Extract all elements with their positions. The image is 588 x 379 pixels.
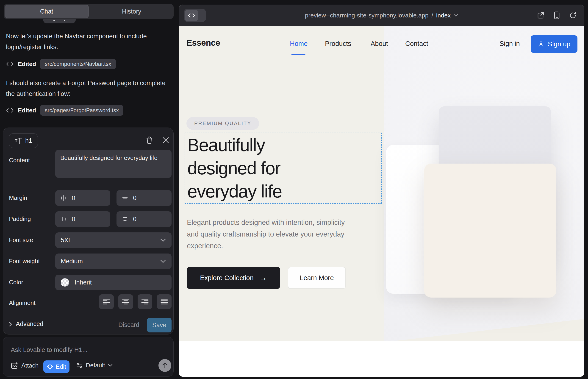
code-icon — [6, 108, 14, 113]
padding-x-value: 0 — [72, 216, 75, 223]
align-justify-button[interactable] — [157, 294, 171, 309]
delete-element-button[interactable] — [144, 135, 155, 146]
code-view-toggle[interactable] — [184, 9, 206, 22]
discard-button[interactable]: Discard — [118, 321, 139, 329]
color-value: Inherit — [75, 279, 92, 286]
text-style-icon — [15, 138, 22, 144]
edited-action-label: Edited — [18, 61, 36, 68]
nav-link-contact[interactable]: Contact — [405, 40, 428, 47]
save-button[interactable]: Save — [147, 318, 171, 332]
chevron-down-icon — [160, 238, 166, 242]
font-weight-value: Medium — [61, 258, 83, 265]
selected-h1-outline[interactable]: Beautifully designed for everyday life — [185, 133, 382, 204]
edited-action-label: Edited — [18, 107, 36, 114]
alignment-label: Alignment — [9, 300, 35, 306]
margin-y-value: 0 — [133, 195, 137, 202]
arrow-right-icon: → — [260, 274, 267, 282]
chevron-right-icon — [9, 322, 12, 327]
element-tag-label: h1 — [25, 137, 32, 144]
margin-label: Margin — [9, 194, 27, 201]
tab-history[interactable]: History — [90, 4, 174, 19]
align-center-button[interactable] — [118, 294, 133, 309]
sign-up-label: Sign up — [548, 40, 570, 48]
sign-in-button[interactable]: Sign in — [499, 40, 520, 47]
chevron-down-icon — [160, 259, 166, 263]
url-bar[interactable]: preview--charming-site-symphony.lovable.… — [305, 12, 458, 19]
advanced-toggle[interactable]: Advanced — [9, 320, 43, 328]
padding-y-value: 0 — [133, 216, 137, 223]
hero-decor-card-cream — [424, 164, 556, 298]
file-path-badge[interactable]: src/pages/ForgotPassword.tsx — [40, 105, 123, 116]
mode-label: Default — [86, 362, 105, 369]
margin-x-icon — [60, 195, 67, 201]
hero-heading: Beautifully designed for everyday life — [187, 134, 381, 203]
tab-chat[interactable]: Chat — [5, 5, 89, 18]
margin-x-input[interactable]: 0 — [55, 190, 110, 206]
site-logo[interactable]: Essence — [186, 38, 220, 48]
content-label: Content — [9, 157, 30, 164]
edited-file-row[interactable]: Edited src/components/Navbar.tsx — [6, 59, 116, 69]
content-textarea[interactable]: Beautifully designed for everyday life — [55, 150, 171, 178]
nav-link-home[interactable]: Home — [290, 40, 308, 47]
font-size-select[interactable]: 5XL — [55, 232, 171, 248]
sign-up-button[interactable]: Sign up — [531, 35, 577, 53]
nav-active-underline — [291, 54, 306, 55]
chat-sidebar: Chat History Now let's update the Navbar… — [0, 0, 178, 379]
edited-file-row[interactable]: Edited src/pages/ForgotPassword.tsx — [6, 105, 123, 116]
assistant-message: I should also create a Forgot Password p… — [6, 78, 169, 99]
margin-y-input[interactable]: 0 — [117, 190, 171, 206]
sliders-icon — [76, 362, 83, 369]
hero-paragraph: Elegant products designed with intention… — [187, 217, 347, 252]
advanced-label: Advanced — [16, 320, 43, 328]
code-icon — [185, 10, 198, 21]
model-mode-dropdown[interactable]: Default — [76, 362, 113, 369]
nav-link-products[interactable]: Products — [325, 40, 351, 47]
collapsed-message-indicator — [43, 19, 76, 23]
explore-collection-label: Explore Collection — [200, 274, 254, 282]
open-in-new-tab-button[interactable] — [536, 11, 545, 20]
url-page: index — [436, 12, 451, 19]
padding-y-icon — [122, 216, 128, 222]
assistant-message: Now let's update the Navbar component to… — [6, 31, 169, 52]
color-picker[interactable]: Inherit — [55, 275, 171, 290]
file-path-badge[interactable]: src/components/Navbar.tsx — [40, 59, 116, 69]
align-left-button[interactable] — [99, 294, 114, 309]
tab-chat-label: Chat — [40, 8, 53, 15]
lovable-app: Chat History Now let's update the Navbar… — [0, 0, 588, 379]
margin-x-value: 0 — [72, 195, 75, 202]
arrow-up-icon — [162, 362, 168, 369]
composer-input[interactable]: Ask Lovable to modify H1... — [11, 346, 88, 354]
hero-cta-row: Explore Collection → Learn More — [187, 267, 346, 289]
margin-y-icon — [122, 195, 128, 201]
element-editor-panel: h1 Content Beautifully designed for ever… — [3, 127, 174, 334]
site-preview: Essence Home Products About Contact Sign… — [179, 26, 584, 377]
chat-composer: Ask Lovable to modify H1... Attach — [3, 337, 174, 377]
attach-label: Attach — [21, 362, 39, 369]
color-swatch-icon — [61, 278, 69, 286]
selected-element-tag[interactable]: h1 — [9, 133, 38, 148]
explore-collection-button[interactable]: Explore Collection → — [187, 267, 280, 289]
url-separator: / — [431, 12, 433, 19]
align-right-button[interactable] — [138, 294, 152, 309]
close-editor-button[interactable] — [160, 135, 171, 146]
nav-link-about[interactable]: About — [371, 40, 388, 47]
code-icon — [6, 62, 14, 66]
padding-y-input[interactable]: 0 — [117, 211, 171, 227]
send-button[interactable] — [158, 359, 171, 372]
mobile-view-button[interactable] — [552, 11, 561, 20]
padding-label: Padding — [9, 215, 31, 222]
refresh-button[interactable] — [568, 11, 577, 20]
browser-top-bar: preview--charming-site-symphony.lovable.… — [179, 5, 584, 26]
color-label: Color — [9, 279, 23, 286]
font-weight-label: Font weight — [9, 258, 40, 265]
tab-history-label: History — [122, 8, 141, 15]
padding-x-input[interactable]: 0 — [55, 211, 110, 227]
padding-x-icon — [60, 216, 67, 222]
hero-badge: PREMIUM QUALITY — [186, 117, 259, 130]
learn-more-button[interactable]: Learn More — [288, 267, 346, 289]
attach-button[interactable]: Attach — [11, 362, 39, 369]
edit-mode-button[interactable]: Edit — [43, 360, 69, 373]
target-icon — [47, 363, 53, 370]
user-icon — [538, 41, 544, 47]
font-weight-select[interactable]: Medium — [55, 253, 171, 269]
